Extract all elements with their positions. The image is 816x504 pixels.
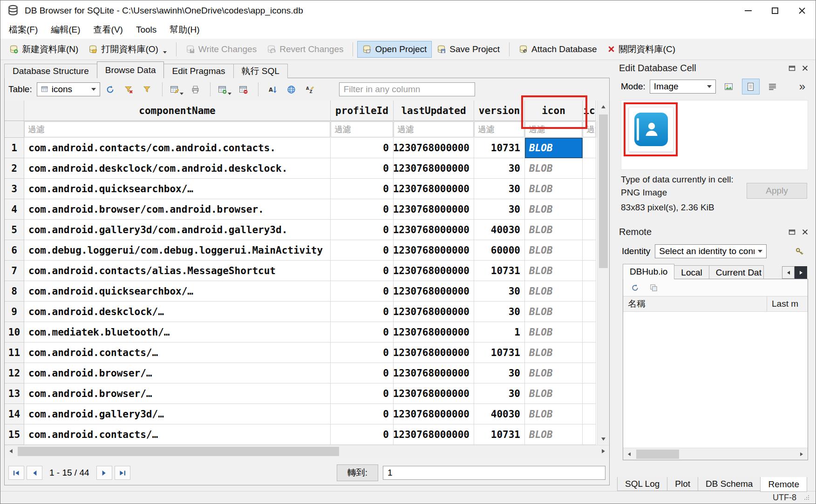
profile-id-cell[interactable]: 0 [331,281,394,302]
version-cell[interactable]: 10731 [474,343,525,363]
partial-cell[interactable] [583,240,596,261]
tab-edit-pragmas[interactable]: Edit Pragmas [163,64,233,78]
partial-cell[interactable] [583,363,596,383]
icon-blob-cell[interactable]: BLOB [525,322,583,343]
tab-sql-log[interactable]: SQL Log [617,477,667,491]
tab-scroll-right-icon[interactable] [795,266,807,279]
last-updated-cell[interactable]: 1230768000000 [394,138,474,158]
float-panel-icon[interactable] [786,62,798,74]
component-name-cell[interactable]: com.android.deskclock/com.android.deskcl… [24,158,331,179]
column-header-componentname[interactable]: componentName [24,101,331,121]
delete-record-button[interactable] [235,82,252,97]
text-view-button[interactable] [742,79,760,94]
remote-column-last-modified[interactable]: Last m [767,296,808,311]
version-cell[interactable]: 30 [474,199,525,220]
new-record-button[interactable] [217,82,233,97]
icon-blob-cell[interactable]: BLOB [525,261,583,281]
attach-database-button[interactable]: Attach Database [514,41,602,58]
goto-button[interactable]: 轉到: [337,464,378,481]
version-cell[interactable]: 1 [474,322,525,343]
profile-id-cell[interactable]: 0 [331,404,394,424]
next-page-button[interactable] [96,466,112,480]
last-updated-cell[interactable]: 1230768000000 [394,322,474,343]
menu-edit[interactable]: 編輯(E) [44,21,87,39]
component-name-cell[interactable]: com.android.browser/com.android.browser. [24,199,331,220]
vertical-scroll-track[interactable] [598,113,609,433]
corner-header-cell[interactable] [5,101,24,121]
scroll-up-icon[interactable] [598,101,609,113]
version-cell[interactable]: 30 [474,363,525,383]
edit-record-dropdown-icon[interactable] [180,93,184,95]
partial-cell[interactable] [583,158,596,179]
column-header-profileid[interactable]: profileId [331,101,394,121]
profile-id-cell[interactable]: 0 [331,343,394,363]
row-number-cell[interactable]: 11 [5,343,24,363]
profile-id-cell[interactable]: 0 [331,302,394,322]
remote-clone-button[interactable] [645,280,662,296]
component-name-cell[interactable]: com.android.gallery3d/… [24,404,331,424]
maximize-button[interactable] [762,0,789,21]
close-panel-icon[interactable] [799,62,811,74]
edit-encoding-button[interactable]: AZ [302,82,319,97]
tab-scroll-left-icon[interactable] [782,266,795,279]
row-number-cell[interactable]: 7 [5,261,24,281]
version-cell[interactable]: 30 [474,158,525,179]
component-name-cell[interactable]: com.android.gallery3d/com.android.galler… [24,220,331,240]
icon-blob-cell[interactable]: BLOB [525,179,583,199]
tab-browse-data[interactable]: Browse Data [97,61,164,78]
component-name-cell[interactable]: com.android.contacts/… [24,424,331,445]
vertical-scroll-thumb[interactable] [599,114,608,268]
version-cell[interactable]: 40030 [474,404,525,424]
component-name-cell[interactable]: com.android.browser/… [24,363,331,383]
partial-cell[interactable] [583,322,596,343]
last-updated-cell[interactable]: 1230768000000 [394,199,474,220]
version-cell[interactable]: 60000 [474,240,525,261]
profile-id-cell[interactable]: 0 [331,220,394,240]
apply-button[interactable]: Apply [747,183,807,199]
row-number-cell[interactable]: 13 [5,383,24,404]
global-filter-input[interactable] [339,82,475,96]
menu-help[interactable]: 幫助(H) [163,21,206,39]
row-number-cell[interactable]: 5 [5,220,24,240]
column-header-icon[interactable]: icon [525,101,583,121]
last-updated-cell[interactable]: 1230768000000 [394,158,474,179]
manage-identities-button[interactable] [790,243,808,259]
icon-blob-cell[interactable]: BLOB [525,158,583,179]
version-cell[interactable]: 30 [474,281,525,302]
menu-view[interactable]: 查看(V) [87,21,129,39]
icon-blob-cell[interactable]: BLOB [525,343,583,363]
last-updated-cell[interactable]: 1230768000000 [394,179,474,199]
sort-ascending-button[interactable]: A [265,82,281,97]
remote-refresh-button[interactable] [626,280,644,296]
remote-scroll-thumb[interactable] [636,450,679,459]
new-record-dropdown-icon[interactable] [228,93,231,95]
filter-profileid-input[interactable]: 過濾 [331,121,393,137]
icon-blob-cell[interactable]: BLOB [525,138,583,158]
new-database-button[interactable]: 新建資料庫(N) [4,40,83,59]
component-name-cell[interactable]: com.mediatek.bluetooth/… [24,322,331,343]
last-updated-cell[interactable]: 1230768000000 [394,343,474,363]
row-number-cell[interactable]: 14 [5,404,24,424]
version-cell[interactable]: 30 [474,302,525,322]
horizontal-scroll-track[interactable] [17,445,597,457]
minimize-button[interactable] [734,0,762,21]
write-changes-button[interactable]: Write Changes [181,41,262,58]
icon-blob-cell[interactable]: BLOB [525,302,583,322]
clear-all-filters-button[interactable] [121,82,137,97]
close-panel-icon[interactable] [799,226,811,238]
version-cell[interactable]: 30 [474,179,525,199]
table-selector[interactable]: icons [37,82,100,96]
goto-record-input[interactable] [383,466,605,480]
table-horizontal-scrollbar[interactable] [5,445,609,457]
close-button[interactable] [789,0,816,21]
filter-lastupdated-input[interactable]: 過濾 [394,121,474,137]
tab-local[interactable]: Local [674,265,709,279]
last-updated-cell[interactable]: 1230768000000 [394,363,474,383]
component-name-cell[interactable]: com.android.contacts/com.android.contact… [24,138,331,158]
previous-page-button[interactable] [27,466,42,480]
row-number-cell[interactable]: 8 [5,281,24,302]
scroll-left-icon[interactable] [623,448,635,460]
partial-cell[interactable] [583,261,596,281]
profile-id-cell[interactable]: 0 [331,138,394,158]
last-updated-cell[interactable]: 1230768000000 [394,424,474,445]
